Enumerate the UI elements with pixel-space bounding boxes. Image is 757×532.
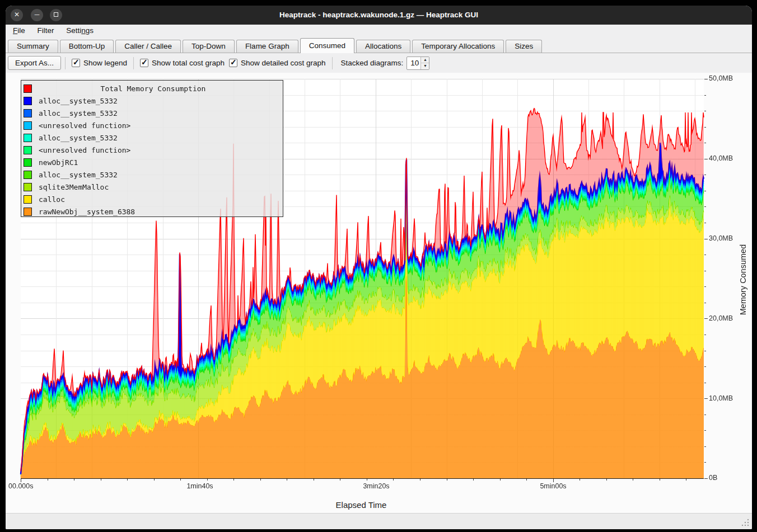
legend-row-total: Total Memory Consumption <box>21 82 283 95</box>
checkbox-label: Show total cost graph <box>152 59 225 67</box>
legend-swatch <box>24 121 32 130</box>
x-tick-label: 3min20s <box>351 482 401 491</box>
tab-bottom-up[interactable]: Bottom-Up <box>60 40 114 53</box>
tab-flame-graph[interactable]: Flame Graph <box>236 40 298 53</box>
legend-row: alloc__system_5332 <box>21 95 283 107</box>
menubar: File Filter Settings <box>6 25 752 38</box>
legend-swatch <box>24 158 32 167</box>
stacked-diagrams-spinbox[interactable]: 10 ▲ ▼ <box>406 57 429 70</box>
tabbar: Summary Bottom-Up Caller / Callee Top-Do… <box>6 38 752 53</box>
checkbox-icon[interactable] <box>140 59 148 67</box>
checkbox-label: Show legend <box>83 59 127 67</box>
legend-row: calloc <box>21 193 283 205</box>
legend-row: rawNewObj__system_6388 <box>21 205 283 218</box>
tab-allocations[interactable]: Allocations <box>356 40 410 53</box>
heaptrack-window: ✕ ─ Heaptrack - heaptrack.wakunode.1.gz … <box>6 6 752 529</box>
spin-up-icon[interactable]: ▲ <box>421 57 429 64</box>
legend-row: newObjRC1 <box>21 156 283 168</box>
legend-row: <unresolved function> <box>21 119 283 131</box>
close-button[interactable]: ✕ <box>11 9 23 21</box>
legend-swatch-red <box>24 84 32 93</box>
legend-swatch <box>24 146 32 154</box>
toolbar-separator <box>65 57 66 69</box>
legend-swatch <box>24 171 32 179</box>
y-tick-label: 50,0MB <box>709 74 748 83</box>
menu-filter[interactable]: Filter <box>32 25 59 36</box>
resize-grip-icon[interactable] <box>741 519 749 526</box>
titlebar[interactable]: ✕ ─ Heaptrack - heaptrack.wakunode.1.gz … <box>6 6 752 25</box>
chart-legend[interactable]: Total Memory Consumption alloc__system_5… <box>21 80 283 217</box>
spinbox-value[interactable]: 10 <box>407 57 420 69</box>
show-detailed-cost-checkbox[interactable]: Show detailed cost graph <box>229 59 326 67</box>
checkbox-label: Show detailed cost graph <box>241 59 326 67</box>
legend-swatch <box>24 109 32 117</box>
x-tick-label: 00.000s <box>8 482 59 491</box>
legend-swatch <box>24 134 32 142</box>
spin-down-icon[interactable]: ▼ <box>421 63 429 69</box>
tab-caller-callee[interactable]: Caller / Callee <box>115 40 181 53</box>
checkbox-icon[interactable] <box>229 59 237 67</box>
menu-settings[interactable]: Settings <box>61 25 99 36</box>
tab-consumed[interactable]: Consumed <box>300 38 354 53</box>
y-tick-label: 0B <box>709 474 748 483</box>
export-as-button[interactable]: Export As... <box>8 56 61 70</box>
legend-swatch <box>24 208 32 216</box>
y-axis-title: Memory Consumed <box>739 235 749 324</box>
stacked-diagrams-label: Stacked diagrams: <box>341 59 404 67</box>
show-total-cost-checkbox[interactable]: Show total cost graph <box>140 59 225 67</box>
legend-row: alloc__system_5332 <box>21 131 283 144</box>
x-tick-label: 1min40s <box>175 482 225 491</box>
toolbar-separator <box>332 57 333 69</box>
maximize-button[interactable] <box>50 9 62 21</box>
legend-swatch <box>24 97 32 105</box>
toolbar-separator <box>133 57 134 69</box>
legend-row: alloc__system_5332 <box>21 168 283 181</box>
maximize-icon <box>54 12 58 17</box>
tab-summary[interactable]: Summary <box>8 40 58 53</box>
legend-row: alloc__system_5332 <box>21 107 283 119</box>
legend-row: sqlite3MemMalloc <box>21 181 283 193</box>
legend-swatch <box>24 195 32 204</box>
legend-row: <unresolved function> <box>21 144 283 156</box>
status-strip <box>6 513 752 529</box>
tab-top-down[interactable]: Top-Down <box>183 40 235 53</box>
toolbar: Export As... Show legend Show total cost… <box>6 53 752 73</box>
menu-file[interactable]: File <box>8 25 30 36</box>
x-axis-title: Elapsed Time <box>305 500 417 510</box>
minimize-button[interactable]: ─ <box>31 9 43 21</box>
y-tick-label: 10,0MB <box>709 394 748 403</box>
y-tick-label: 40,0MB <box>709 154 748 163</box>
x-tick-label: 5min00s <box>528 482 578 491</box>
window-title: Heaptrack - heaptrack.wakunode.1.gz — He… <box>73 6 685 25</box>
tab-sizes[interactable]: Sizes <box>506 40 542 53</box>
show-legend-checkbox[interactable]: Show legend <box>72 59 127 67</box>
checkbox-icon[interactable] <box>72 59 80 67</box>
legend-swatch <box>24 183 32 191</box>
tab-temporary-allocations[interactable]: Temporary Allocations <box>412 40 504 53</box>
